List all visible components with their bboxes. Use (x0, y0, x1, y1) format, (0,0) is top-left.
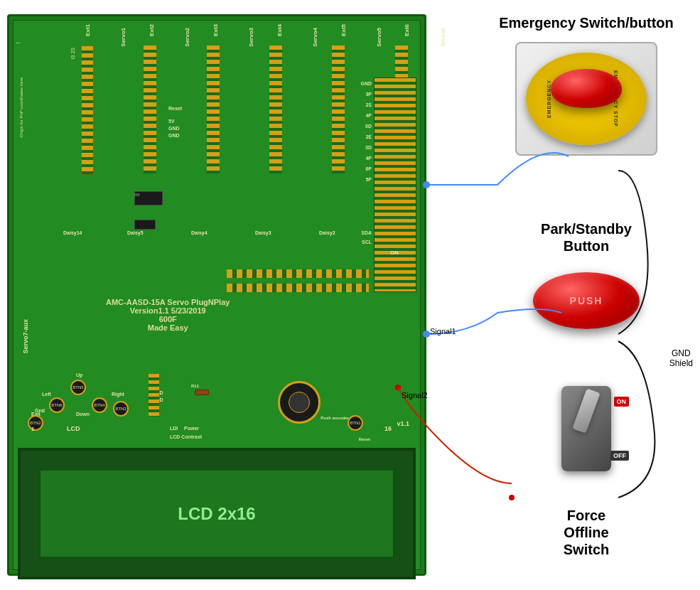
ldi-label: LDI (170, 426, 178, 431)
0d-label: 0D (365, 124, 372, 129)
6p-label: 6P (365, 166, 372, 171)
3d-label: 3D (365, 145, 372, 150)
push-encoder-label: Push encoder (321, 416, 349, 420)
on-label-badge: ON (614, 397, 630, 407)
signal2-label: Signal2 (402, 391, 428, 399)
gnd-shield-label: GNDShield (669, 348, 693, 368)
connector-col1 (81, 45, 94, 175)
gnd-label1: GND (168, 126, 180, 131)
h-connector-2 (227, 284, 369, 292)
btn6-circle: BTN6 (49, 397, 65, 413)
lcd-screen: LCD 2x16 (38, 468, 395, 559)
push-text: PUSH (570, 295, 603, 306)
red-mushroom-btn (551, 69, 622, 108)
right-panel: Emergency Switch/button EMERGENCY EMERGE… (430, 0, 700, 590)
connector-col4 (269, 45, 282, 173)
4p-label: 4P (365, 113, 372, 118)
r8-label: R8 (134, 193, 140, 197)
gnd-connector (149, 374, 159, 417)
ext4-label: Ext4 (276, 24, 283, 36)
force-section: ON OFF Force Offline Switch (487, 386, 686, 569)
pcb-title: AMC-AASD-15A Servo PlugNPlay Version1.1 … (106, 298, 230, 332)
gnd-label2: GND (168, 133, 180, 138)
connector-col3 (207, 45, 220, 173)
right-connector-array (374, 77, 416, 292)
yellow-base: EMERGENCY EMERGENCY STOP (526, 53, 647, 145)
r11-label: R11 (191, 384, 199, 388)
park-title-line2: Button (564, 238, 609, 254)
servo5-label: Servo5 (376, 28, 382, 47)
version-label: v1.1 (397, 420, 409, 427)
ext3-label: Ext3 (212, 24, 219, 36)
btn4-circle: BTN4 (92, 397, 107, 413)
emergency-btn-container: EMERGENCY EMERGENCY STOP (515, 42, 657, 156)
left-label: Left (42, 392, 51, 397)
right-label: Right (112, 392, 124, 397)
5p-label: 5P (365, 177, 372, 182)
daisy5-label: Daisy5 (127, 230, 144, 235)
force-title-line1: Force (567, 508, 605, 523)
lcd-contrast-label: LCD Contrast (170, 434, 202, 439)
signal1-label: Signal1 (430, 327, 456, 336)
emergency-title: Emergency Switch/button (487, 14, 686, 31)
daisy3-label: Daisy3 (255, 230, 271, 235)
lcd-text-label: LCD (67, 425, 80, 432)
daisy4-label: Daisy4 (191, 230, 208, 235)
red-push-btn: PUSH (533, 272, 640, 329)
park-title: Park/Standby Button (487, 220, 686, 254)
servo4-label: Servo4 (312, 28, 318, 47)
servo2-label: Servo2 (184, 28, 190, 47)
ext1-label: Ext1 (85, 24, 91, 36)
r11 (195, 390, 209, 395)
lcd-area: LCD 2x16 (18, 448, 416, 579)
5v-label: 5V (168, 119, 175, 124)
sda-label: SDA (361, 230, 372, 235)
arrow-left: ← (15, 38, 22, 46)
lcd-label-text: LCD 2x16 (178, 504, 255, 524)
ext2-label: Ext2 (149, 24, 155, 36)
chip-r9 (134, 220, 156, 230)
row-nums-1: t3 2S (70, 48, 75, 59)
toggle-body: ON OFF (561, 386, 611, 471)
scl-label: SCL (362, 240, 372, 245)
pcb-title-line3: 600F (106, 315, 230, 323)
pcb-title-line1: AMC-AASD-15A Servo PlugNPlay (106, 298, 230, 306)
power-label: Power (184, 426, 199, 431)
force-title: Force Offline Switch (487, 507, 686, 558)
pcb-title-line2: Version1.1 5/23/2019 (106, 306, 230, 315)
connector-col5 (332, 45, 345, 173)
3p-label: 3P (365, 92, 372, 97)
servo3-label: Servo3 (248, 28, 254, 47)
park-title-line1: Park/Standby (541, 221, 632, 237)
park-btn-container: PUSH (515, 265, 657, 336)
reset-bottom-label: Reset (359, 437, 370, 441)
lcd-16-label: 16 (384, 425, 392, 432)
h-connector-1 (227, 269, 369, 278)
connector-col2 (144, 45, 156, 173)
pcb-title-line4: Made Easy (106, 323, 230, 332)
2e-label: 2E (365, 134, 372, 139)
servo7-aux-label: Servo7-aux (22, 319, 29, 354)
force-title-line2: Offline (564, 525, 608, 540)
btn2-circle: BTN2 (28, 415, 43, 431)
park-section: Park/Standby Button PUSH (487, 220, 686, 336)
toggle-lever (572, 388, 600, 433)
encoder-circle (278, 381, 321, 424)
ext5-label: Ext5 (340, 24, 347, 36)
down-label: Down (76, 412, 90, 417)
up-label: Up (76, 372, 82, 377)
ext6-label: Ext6 (404, 24, 410, 36)
daisy14-label: Daisy14 (63, 230, 82, 235)
btn5-circle: BTN5 (70, 380, 86, 395)
num1-label: 1 (31, 426, 34, 432)
btn3-circle: BTN3 (113, 401, 129, 417)
btn1-circle: BTN1 (348, 415, 363, 431)
daisy2-label: Daisy2 (319, 230, 335, 235)
emergency-section: Emergency Switch/button EMERGENCY EMERGE… (487, 14, 686, 156)
2s-label: 2S (365, 102, 372, 107)
servo1-label: Servo1 (120, 28, 126, 47)
reset-label: Reset (168, 106, 182, 111)
toggle-switch-visual: ON OFF (544, 386, 629, 500)
force-title-line3: Switch (564, 542, 609, 557)
gnd-right: GND (360, 81, 372, 86)
